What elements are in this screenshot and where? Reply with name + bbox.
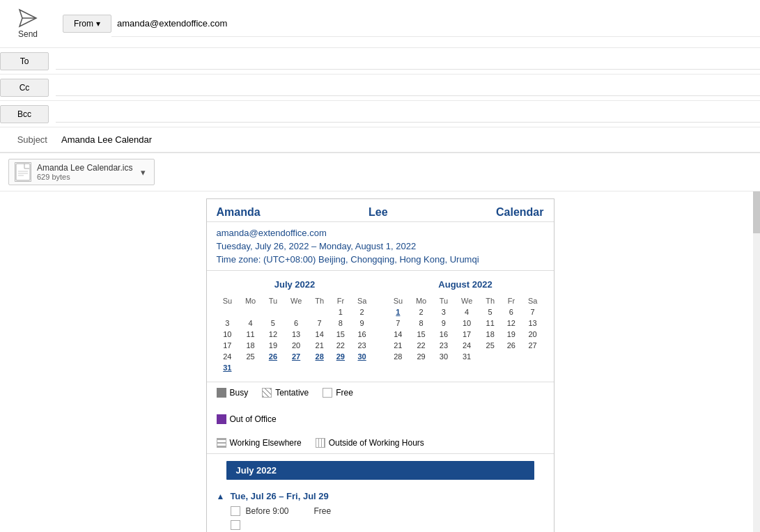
calendar-email: amanda@extendoffice.com — [217, 228, 544, 238]
from-button-label: From — [74, 19, 93, 29]
cc-button[interactable]: Cc — [0, 79, 49, 97]
bcc-row: Bcc — [0, 101, 760, 127]
to-input[interactable] — [56, 53, 760, 70]
legend-busy-box — [217, 388, 226, 398]
scrollbar-track[interactable] — [753, 191, 760, 532]
attachment-info: Amanda Lee Calendar.ics 629 bytes — [37, 163, 132, 181]
email-body: Amanda Lee Calendar amanda@extendoffice.… — [0, 191, 760, 532]
scrollbar-thumb[interactable] — [753, 191, 760, 233]
attachment-size: 629 bytes — [37, 173, 132, 181]
event-time-1: Before 9:00 — [246, 506, 309, 516]
event-checkbox-1[interactable] — [231, 506, 240, 516]
legend-oof-box — [217, 414, 226, 424]
compose-window: Send From ▾ amanda@extendoffice.com To — [0, 0, 760, 532]
month-section-wrapper: July 2022 — [207, 454, 554, 484]
from-button[interactable]: From ▾ — [63, 15, 111, 33]
attachment-section: Amanda Lee Calendar.ics 629 bytes ▾ — [0, 153, 760, 191]
event-group: ▲ Tue, Jul 26 – Fri, Jul 29 Before 9:00 … — [207, 484, 554, 532]
legend-tentative-label: Tentative — [275, 388, 309, 398]
event-item-2 — [231, 518, 544, 532]
calendar-name-part1: Amanda — [217, 206, 261, 219]
subject-label: Subject — [0, 134, 56, 145]
attachment-file-icon — [15, 162, 31, 182]
event-status-1: Free — [314, 506, 332, 516]
july-calendar: July 2022 Su Mo Tu We Th Fr Sa — [217, 279, 373, 373]
legend-tentative-box — [262, 388, 272, 398]
legend-row: Busy Tentative Free Out of Office Workin… — [207, 382, 554, 454]
legend-ow-label: Outside of Working Hours — [329, 438, 424, 448]
svg-rect-2 — [16, 164, 30, 180]
calendar-info: amanda@extendoffice.com Tuesday, July 26… — [207, 222, 554, 271]
legend-free-box — [323, 388, 332, 398]
event-date-text: Tue, Jul 26 – Fri, Jul 29 — [230, 491, 328, 501]
calendar-name-part3: Calendar — [496, 206, 543, 219]
legend-tentative: Tentative — [262, 388, 309, 398]
to-row: To — [0, 48, 760, 75]
attachment-name: Amanda Lee Calendar.ics — [37, 163, 132, 173]
august-grid: Su Mo Tu We Th Fr Sa 1 — [387, 295, 544, 362]
month-section-header: July 2022 — [226, 461, 534, 480]
from-email-wrapper: amanda@extendoffice.com — [111, 10, 760, 37]
legend-out-of-office: Out of Office — [217, 414, 544, 424]
bcc-button-label: Bcc — [17, 109, 31, 119]
mini-calendars-row: July 2022 Su Mo Tu We Th Fr Sa — [207, 271, 554, 382]
july-col-tu: Tu — [263, 295, 284, 306]
july-title: July 2022 — [217, 279, 373, 290]
calendar-name-part2: Lee — [369, 206, 388, 219]
august-calendar: August 2022 Su Mo Tu We Th Fr Sa — [387, 279, 544, 373]
from-row: Send From ▾ amanda@extendoffice.com — [0, 0, 760, 48]
july-col-mo: Mo — [238, 295, 263, 306]
event-expand-icon[interactable]: ▲ — [217, 492, 225, 501]
subject-input[interactable] — [56, 132, 760, 148]
bcc-button[interactable]: Bcc — [0, 105, 49, 123]
july-col-sa: Sa — [351, 295, 373, 306]
legend-we-box — [217, 438, 226, 448]
july-col-we: We — [284, 295, 309, 306]
cc-row: Cc — [0, 75, 760, 101]
calendar-title-row: Amanda Lee Calendar — [207, 199, 554, 222]
from-email-value: amanda@extendoffice.com — [117, 18, 227, 29]
send-icon — [18, 8, 38, 28]
event-date-row: ▲ Tue, Jul 26 – Fri, Jul 29 — [217, 487, 544, 504]
july-grid: Su Mo Tu We Th Fr Sa — [217, 295, 373, 373]
cc-button-label: Cc — [20, 83, 30, 93]
calendar-card: Amanda Lee Calendar amanda@extendoffice.… — [206, 198, 555, 532]
calendar-timezone: Time zone: (UTC+08:00) Beijing, Chongqin… — [217, 254, 544, 265]
july-col-su: Su — [217, 295, 239, 306]
send-label: Send — [18, 29, 38, 39]
legend-ow-box — [316, 438, 325, 448]
email-header: Send From ▾ amanda@extendoffice.com To — [0, 0, 760, 153]
legend-oof-label: Out of Office — [230, 414, 277, 424]
send-button[interactable]: Send — [0, 3, 56, 45]
event-item-1: Before 9:00 Free — [231, 504, 544, 518]
to-button[interactable]: To — [0, 52, 49, 70]
legend-free: Free — [323, 388, 353, 398]
cc-input[interactable] — [56, 79, 760, 96]
august-title: August 2022 — [387, 279, 544, 290]
attachment-item[interactable]: Amanda Lee Calendar.ics 629 bytes ▾ — [8, 159, 155, 185]
attachment-dropdown-icon[interactable]: ▾ — [138, 166, 148, 179]
legend-free-label: Free — [336, 388, 353, 398]
legend-busy: Busy — [217, 388, 249, 398]
legend-we-label: Working Elsewhere — [230, 438, 302, 448]
july-col-fr: Fr — [330, 295, 351, 306]
event-checkbox-2[interactable] — [231, 520, 240, 530]
from-dropdown-icon: ▾ — [96, 19, 100, 29]
to-button-label: To — [20, 56, 29, 66]
legend-working-elsewhere: Working Elsewhere — [217, 438, 302, 448]
july-col-th: Th — [309, 295, 330, 306]
bcc-input[interactable] — [56, 106, 760, 123]
legend-outside-working: Outside of Working Hours — [316, 438, 424, 448]
subject-row: Subject — [0, 127, 760, 152]
legend-busy-label: Busy — [230, 388, 249, 398]
calendar-date-range: Tuesday, July 26, 2022 – Monday, August … — [217, 241, 544, 251]
